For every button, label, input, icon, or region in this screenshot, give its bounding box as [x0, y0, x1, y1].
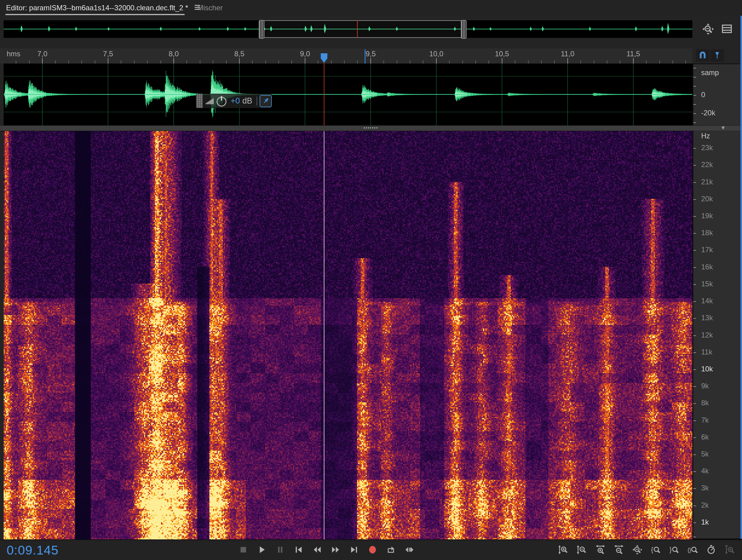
selection-edge-marker[interactable] [365, 49, 366, 63]
gain-hud[interactable]: +0 dB [196, 94, 272, 108]
amplitude-label: -20k [701, 109, 716, 117]
ruler-label: 8,0 [168, 50, 178, 58]
display-mode-icon[interactable] [721, 23, 733, 35]
ruler-tick-minor [607, 60, 607, 63]
rewind-button[interactable] [310, 542, 324, 558]
ruler-tick-major [633, 58, 634, 63]
frequency-label: 15k [701, 280, 713, 288]
ruler-label: 9,5 [366, 50, 376, 58]
loop-button[interactable] [384, 542, 398, 558]
pause-button[interactable] [273, 542, 287, 558]
zoom-out-vertical-button[interactable] [575, 542, 589, 558]
frequency-tick [693, 352, 696, 353]
zoom-in-point-button[interactable]: { [648, 542, 663, 558]
overview-playhead[interactable] [357, 20, 358, 38]
amplitude-label: 0 [701, 91, 705, 99]
hud-drag-handle[interactable] [196, 94, 203, 108]
amplitude-scale-title: samp [701, 68, 719, 77]
frequency-label: 8k [701, 399, 709, 407]
zoom-out-horizontal-button[interactable] [612, 542, 626, 558]
selection-right-handle[interactable] [461, 20, 467, 39]
gain-value[interactable]: +0 [230, 96, 240, 106]
frequency-tick [693, 386, 696, 387]
ruler-tick-minor [252, 60, 253, 63]
frequency-label: 1k [701, 518, 709, 526]
zoom-out-point-button[interactable]: } [667, 542, 682, 558]
frequency-label: 11k [701, 348, 712, 356]
ruler-unit-label: hms [7, 50, 20, 58]
frequency-label: 16k [701, 263, 713, 271]
ruler-tick-major [173, 58, 174, 63]
zoom-in-vertical-button[interactable] [556, 542, 571, 558]
ruler-tick-minor [29, 60, 30, 63]
timeline-ruler[interactable]: hms 7,07,58,08,59,09,510,010,511,011,5 [0, 48, 692, 63]
mischer-tab-title: Mischer [197, 4, 223, 12]
ruler-tick-minor [292, 60, 292, 63]
play-button[interactable] [255, 542, 269, 558]
ruler-tick-minor [673, 60, 673, 63]
record-button[interactable] [365, 542, 380, 558]
stop-button[interactable] [236, 542, 251, 558]
frequency-tick [693, 369, 696, 370]
fast-forward-button[interactable] [328, 542, 343, 558]
spectrogram-view[interactable] [4, 131, 692, 540]
tab-editor[interactable]: Editor: paramISM3--bm6aa1s14--32000.clea… [6, 0, 202, 16]
amplitude-tick [693, 95, 696, 96]
frequency-label: 9k [701, 382, 709, 391]
ruler-tick-minor [331, 60, 332, 63]
frequency-tick [693, 250, 696, 251]
frequency-tick [693, 199, 696, 200]
frequency-scale: Hz 23k22k21k20k19k18k17k16k15k14k13k12k1… [692, 131, 742, 540]
ruler-tick-minor [659, 60, 660, 63]
navigate-zoom-icon[interactable] [702, 23, 714, 35]
ruler-tick-major [567, 58, 568, 63]
ruler-tick-minor [528, 60, 529, 63]
zoom-selection-button[interactable]: {} [685, 542, 700, 558]
frequency-label: 3k [701, 484, 709, 493]
skip-back-button[interactable] [292, 542, 306, 558]
ruler-label: 8,5 [234, 50, 244, 58]
skip-forward-button[interactable] [347, 542, 361, 558]
transport-buttons [236, 542, 417, 558]
tab-mischer[interactable]: Mischer [197, 0, 223, 16]
pin-button[interactable] [260, 95, 272, 107]
ruler-tick-minor [134, 60, 135, 63]
frequency-tick [693, 182, 696, 183]
ruler-tick-minor [554, 60, 555, 63]
time-display[interactable]: 0:09.145 [7, 543, 59, 558]
frequency-tick [693, 537, 696, 537]
amplitude-tick [693, 104, 696, 105]
ruler-tick-minor [95, 60, 95, 63]
ruler-tick-major [370, 58, 371, 63]
shuttle-button[interactable] [402, 542, 417, 558]
zoom-reset-button[interactable] [630, 542, 645, 558]
spectrogram-canvas [4, 131, 692, 540]
divider-grip[interactable] [363, 127, 378, 130]
overview-selection-box[interactable] [261, 20, 465, 38]
spectrogram-playhead [324, 131, 324, 540]
overview-strip[interactable] [4, 20, 692, 38]
svg-text:}: } [669, 546, 672, 553]
frequency-tick [693, 216, 696, 217]
marker-tool-button[interactable] [710, 49, 724, 62]
selection-left-handle[interactable] [259, 20, 264, 39]
frequency-label: 10k [701, 365, 713, 373]
amplitude-tick [693, 113, 696, 114]
panel-divider[interactable]: ▾ [0, 125, 742, 132]
waveform-view[interactable] [4, 63, 692, 125]
zoom-in-horizontal-button[interactable] [593, 542, 607, 558]
amplitude-tick [693, 86, 696, 87]
timer-button[interactable] [704, 542, 719, 558]
ruler-tick-major [502, 58, 502, 63]
magnet-snap-button[interactable] [696, 49, 709, 62]
frequency-label: 23k [701, 144, 713, 152]
tab-bar: Editor: paramISM3--bm6aa1s14--32000.clea… [0, 0, 742, 16]
active-tab-underline [5, 14, 184, 15]
ruler-tick-minor [580, 60, 581, 63]
ruler-tick-major [305, 58, 305, 63]
ruler-label: 7,0 [37, 50, 47, 58]
ruler-tick-minor [16, 60, 16, 63]
gain-knob[interactable] [215, 95, 227, 107]
zoom-full-button[interactable] [722, 542, 737, 558]
ruler-tick-minor [423, 60, 423, 63]
